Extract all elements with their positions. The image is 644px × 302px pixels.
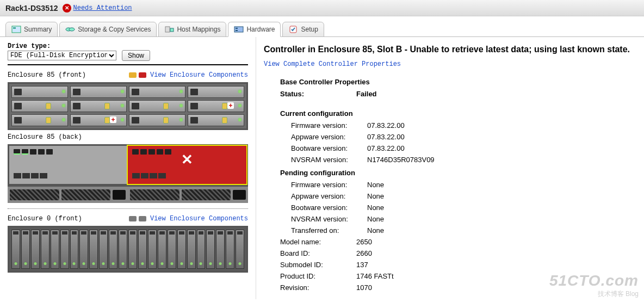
drive-bay[interactable] (11, 86, 68, 98)
drive-slot[interactable] (216, 230, 225, 269)
drive-slot[interactable] (158, 230, 166, 269)
hardware-icon (234, 26, 244, 33)
view-enclosure-components-link[interactable]: View Enclosure Components (150, 71, 248, 79)
drive-slot[interactable] (226, 230, 234, 269)
property-label: Product ID: (280, 272, 356, 280)
property-label: Bootware version: (291, 204, 367, 212)
property-label: Appware version: (291, 133, 367, 141)
controller-slot-b[interactable]: ✕ (128, 146, 246, 184)
drive-bay[interactable] (70, 86, 127, 98)
tab-label: Summary (24, 26, 52, 33)
drive-bay[interactable] (129, 86, 185, 98)
tab-storage[interactable]: Storage & Copy Services (59, 22, 157, 37)
drive-slot[interactable] (51, 230, 59, 269)
drive-slot[interactable] (89, 230, 98, 269)
drive-bay[interactable] (11, 100, 68, 112)
property-value: None (367, 204, 384, 212)
lock-icon (46, 103, 51, 109)
properties-pane: Controller in Enclosure 85, Slot B - Una… (256, 37, 644, 299)
drive-slot[interactable] (206, 230, 215, 269)
show-button[interactable]: Show (122, 50, 150, 61)
host-icon (164, 26, 174, 33)
current-config-heading: Current configuration (264, 106, 636, 120)
status-icon (139, 216, 146, 221)
drive-slot[interactable] (197, 230, 206, 269)
drive-slot[interactable] (168, 230, 176, 269)
drive-type-select[interactable]: FDE (Full-Disk Encryption) (8, 51, 116, 60)
enclosure-85-front-chassis[interactable] (8, 82, 248, 130)
property-label: Firmware version: (291, 181, 367, 189)
status-row: Status: Failed (264, 88, 636, 100)
property-label: Bootware version: (291, 144, 367, 152)
controller-slot-a[interactable] (9, 146, 128, 184)
base-controller-heading: Base Controller Properties (264, 75, 636, 88)
drive-slot[interactable] (60, 230, 69, 269)
tab-setup[interactable]: Setup (282, 22, 324, 37)
lock-icon (163, 117, 169, 124)
drive-bay[interactable] (70, 114, 127, 126)
summary-icon (11, 26, 21, 33)
drive-slot[interactable] (109, 230, 117, 269)
drive-slot[interactable] (79, 230, 88, 269)
drive-slot[interactable] (148, 230, 157, 269)
attention-icon: ✕ (63, 4, 71, 13)
drive-slot[interactable] (138, 230, 147, 269)
drive-slot[interactable] (128, 230, 137, 269)
power-supply[interactable] (128, 186, 248, 203)
drive-slot[interactable] (177, 230, 186, 269)
drive-bay[interactable] (188, 86, 244, 98)
drive-slot[interactable] (41, 230, 49, 269)
lock-icon (163, 103, 169, 109)
hotspare-icon (110, 116, 116, 123)
drive-slot[interactable] (236, 230, 244, 269)
tab-summary[interactable]: Summary (5, 22, 58, 37)
property-value: None (367, 215, 384, 223)
property-value: None (367, 226, 384, 235)
tab-host-mappings[interactable]: Host Mappings (158, 22, 226, 37)
drive-bay[interactable] (129, 114, 185, 126)
property-label: Revision: (280, 283, 356, 292)
drive-slot[interactable] (70, 230, 79, 269)
view-enclosure-components-link[interactable]: View Enclosure Components (150, 215, 248, 223)
property-row: Revision:1070 (264, 282, 636, 293)
drive-bay[interactable] (188, 100, 244, 112)
svg-rect-1 (13, 27, 16, 29)
enclosure-status-icons (129, 214, 148, 222)
enclosure-0-front-chassis[interactable] (8, 226, 248, 273)
hardware-tree-pane: Drive type: FDE (Full-Disk Encryption) S… (0, 37, 256, 299)
window-header: Rack1-DS3512 ✕ Needs Attention (0, 0, 644, 16)
drive-slot[interactable] (11, 230, 20, 269)
storage-icon (65, 26, 75, 33)
drive-bay[interactable] (70, 100, 127, 112)
property-row: Appware version:07.83.22.00 (264, 131, 636, 143)
property-row: Board ID:2660 (264, 248, 636, 259)
drive-slot[interactable] (187, 230, 196, 269)
drive-slot[interactable] (119, 230, 127, 269)
property-label: Model name: (280, 238, 356, 246)
drive-slot[interactable] (31, 230, 40, 269)
device-name: Rack1-DS3512 (5, 4, 58, 13)
lock-icon (104, 117, 110, 124)
drive-bay[interactable] (188, 114, 244, 126)
warning-icon (129, 72, 137, 78)
property-value: 1746 FASTt (356, 272, 394, 280)
svg-rect-6 (234, 27, 243, 32)
enclosure-85-back-chassis: ✕ (8, 144, 248, 203)
view-complete-properties-link[interactable]: View Complete Controller Properties (264, 60, 401, 68)
detail-title: Controller in Enclosure 85, Slot B - Una… (264, 45, 636, 54)
property-value: 137 (356, 261, 368, 269)
drive-bay[interactable] (129, 100, 185, 112)
needs-attention-link[interactable]: Needs Attention (73, 4, 132, 12)
divider (8, 208, 248, 209)
status-icon (129, 216, 137, 221)
drive-bay[interactable] (11, 114, 68, 126)
enclosure-status-icons (129, 71, 148, 78)
property-value: None (367, 181, 384, 189)
tab-hardware[interactable]: Hardware (228, 22, 281, 37)
drive-slot[interactable] (99, 230, 108, 269)
property-row: Bootware version:07.83.22.00 (264, 143, 636, 154)
status-label: Status: (280, 90, 356, 98)
power-supply[interactable] (8, 186, 128, 203)
property-row: Product ID:1746 FASTt (264, 270, 636, 282)
drive-slot[interactable] (21, 230, 30, 269)
